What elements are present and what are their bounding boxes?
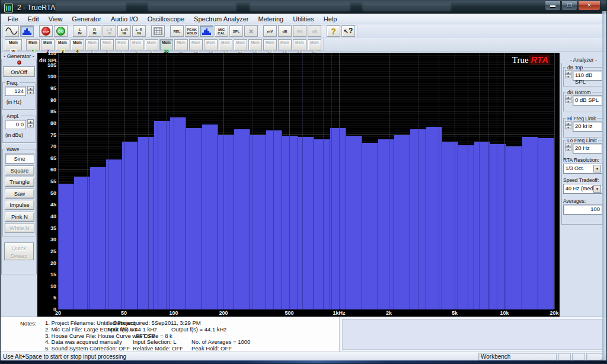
chevron-down-icon[interactable]: ▼	[593, 185, 601, 193]
go-button[interactable]: GO	[54, 25, 68, 37]
value-spinner[interactable]: ▲▼	[565, 70, 571, 78]
ampl-input[interactable]: 0.0	[5, 120, 26, 129]
menu-audio-i-o[interactable]: Audio I/O	[106, 15, 143, 23]
spin-up-icon[interactable]: ▲	[565, 121, 571, 125]
memory-9-button[interactable]: Mem9	[145, 39, 158, 50]
wave-impulse-button[interactable]: Impulse	[5, 200, 34, 210]
memory-14-button[interactable]: Mem14	[219, 39, 232, 50]
spin-up-icon[interactable]: ▲	[27, 119, 34, 123]
wave-white-n-button[interactable]: White N	[5, 223, 34, 233]
menu-file[interactable]: File	[3, 15, 23, 23]
menu-generator[interactable]: Generator	[67, 15, 106, 23]
background-window-remnant	[250, 3, 350, 11]
spl-mode-button[interactable]: SPL	[229, 25, 243, 37]
spin-up-icon[interactable]: ▲	[27, 86, 34, 90]
db-ratio-units-button[interactable]: dB	[308, 25, 321, 37]
memory-18-button[interactable]: Mem18	[278, 39, 292, 50]
value-spinner[interactable]: ▲▼	[565, 121, 571, 129]
wave-saw-button[interactable]: Saw	[5, 189, 34, 199]
memory-3-button[interactable]: Mem3	[56, 39, 69, 50]
ampl-spinner[interactable]: ▲▼	[27, 119, 34, 127]
x-curve-button[interactable]: ✕	[244, 25, 258, 37]
memory-16-button[interactable]: Mem16	[248, 39, 262, 50]
averages-input[interactable]: 100	[563, 205, 602, 215]
spin-up-icon[interactable]: ▲	[565, 143, 571, 147]
wave-square-button[interactable]: Square	[5, 165, 34, 175]
wave-sine-button[interactable]: Sine	[5, 154, 34, 164]
vv-units-button[interactable]: V/V	[293, 25, 306, 37]
memory-17-button[interactable]: Mem17	[263, 39, 277, 50]
memory-5-button[interactable]: Mem5	[85, 39, 99, 50]
gridline-v-overlay	[174, 53, 174, 309]
wave-triangle-button[interactable]: Triangle	[5, 177, 34, 187]
db-units-button[interactable]: dB	[278, 25, 292, 37]
db-top-input[interactable]: 110 dB SPL	[573, 71, 602, 81]
memory-11-button[interactable]: Mem11	[174, 39, 188, 50]
grid-toggle-button[interactable]	[151, 25, 165, 37]
menu-metering[interactable]: Metering	[253, 15, 288, 23]
context-help-button[interactable]: ↖?	[341, 25, 355, 37]
left-input-button[interactable]: L IN	[73, 25, 87, 37]
generator-onoff-button[interactable]: On/Off	[3, 66, 35, 77]
memory-19-button[interactable]: Mem19	[293, 39, 306, 50]
gridline-v-overlay	[58, 53, 59, 309]
memory-15-button[interactable]: Mem15	[234, 39, 247, 50]
mv-units-button[interactable]: mV	[263, 25, 277, 37]
minimize-button[interactable]: ▬	[545, 1, 561, 11]
memory-12-button[interactable]: Mem12	[189, 39, 203, 50]
spin-down-icon[interactable]: ▼	[565, 125, 571, 129]
freq-input[interactable]: 124	[5, 87, 26, 96]
spin-down-icon[interactable]: ▼	[27, 90, 34, 94]
menu-oscilloscope[interactable]: Oscilloscope	[143, 15, 189, 23]
db-bottom-input[interactable]: 0 dB SPL	[573, 95, 602, 106]
menu-spectrum-analyzer[interactable]: Spectrum Analyzer	[189, 15, 253, 23]
menu-edit[interactable]: Edit	[23, 15, 44, 23]
memory-1-button[interactable]: Mem1	[26, 39, 40, 50]
help-button[interactable]: ?	[327, 25, 340, 37]
spin-up-icon[interactable]: ▲	[565, 70, 571, 74]
memory-2-button[interactable]: Mem2	[41, 39, 55, 50]
value-spinner[interactable]: ▲▼	[565, 95, 571, 103]
spectrum-display-button[interactable]	[200, 25, 213, 37]
memory-7-button[interactable]: Mem7	[115, 39, 129, 50]
rta-resolution-select[interactable]: 1/3 Oct. ▼	[563, 164, 602, 174]
lo-freq-limit-input[interactable]: 20 Hz	[573, 143, 602, 154]
memory-6-button[interactable]: Mem6	[100, 39, 114, 50]
quick-sweep-button[interactable]: Quick Sweep	[4, 242, 34, 260]
memory-w-button[interactable]: MemW	[5, 39, 22, 50]
spin-down-icon[interactable]: ▼	[565, 147, 571, 151]
menu-utilities[interactable]: Utilities	[288, 15, 318, 23]
mic-cal-button[interactable]: MIC CAL	[215, 25, 228, 37]
memory-13-button[interactable]: Mem13	[204, 39, 218, 50]
menu-view[interactable]: View	[44, 15, 68, 23]
spin-up-icon[interactable]: ▲	[565, 95, 571, 99]
title-bar[interactable]: 2 - TrueRTA ▬ ❐ ✕	[1, 1, 607, 14]
memory-8-button[interactable]: Mem8	[130, 39, 143, 50]
spin-down-icon[interactable]: ▼	[565, 99, 571, 103]
peak-hold-button[interactable]: PEAK HOLD	[185, 25, 199, 37]
memory-4-button[interactable]: Mem4	[71, 39, 84, 50]
relative-mode-button[interactable]: REL	[170, 25, 184, 37]
spectrum-analyzer-mode-button[interactable]	[20, 25, 34, 37]
sine-generator-button[interactable]	[5, 25, 19, 37]
l-minus-r-input-button[interactable]: L–R IN	[132, 25, 146, 37]
menu-help[interactable]: Help	[319, 15, 342, 23]
speed-tradeoff-select[interactable]: 40 Hz (med) ▼	[563, 184, 602, 194]
wave-pink-n-button[interactable]: Pink N	[5, 212, 34, 222]
hi-freq-limit-input[interactable]: 20 kHz	[573, 122, 602, 132]
close-button[interactable]: ✕	[578, 1, 600, 11]
chevron-down-icon[interactable]: ▼	[593, 165, 601, 173]
stop-button[interactable]: STOP	[39, 25, 53, 37]
right-input-button[interactable]: R IN	[88, 25, 101, 37]
spin-down-icon[interactable]: ▼	[27, 123, 34, 127]
freq-spinner[interactable]: ▲▼	[27, 86, 34, 94]
memory-10-button[interactable]: Mem10	[159, 39, 173, 50]
memory-20-button[interactable]: Mem20	[308, 39, 321, 50]
value-spinner[interactable]: ▲▼	[565, 143, 571, 151]
background-window-remnant	[55, 3, 126, 11]
spin-down-icon[interactable]: ▼	[565, 74, 571, 78]
memory-button-label: Mem	[308, 40, 321, 44]
l-plus-r-input-button[interactable]: L+R IN	[117, 25, 131, 37]
maximize-button[interactable]: ❐	[561, 1, 577, 11]
lr-input-button[interactable]: L R IN	[103, 25, 116, 37]
